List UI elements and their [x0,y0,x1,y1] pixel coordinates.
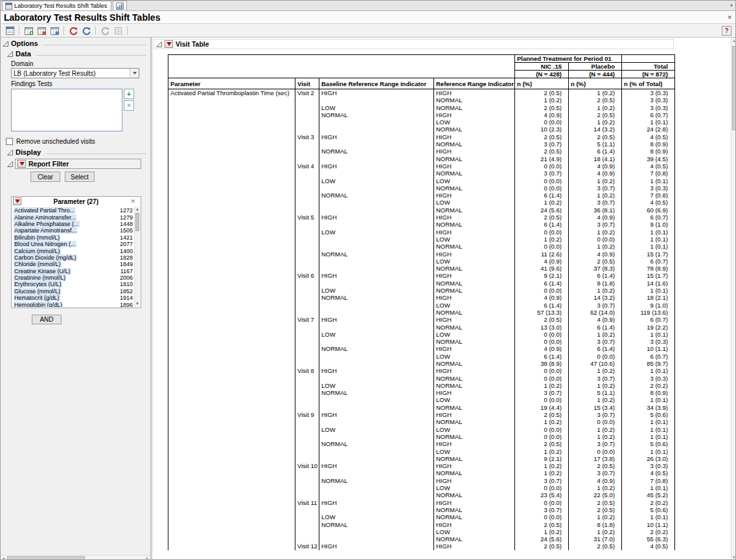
export-table-icon[interactable] [49,25,60,36]
table-row: NORMAL0 (0.0)3 (0.7)3 (0.3) [168,338,675,345]
clear-button[interactable]: Clear [30,172,60,182]
remove-tests-button[interactable]: ✕ [124,100,134,111]
filter-item-label: Bilirubin (mmol/L) [14,234,60,241]
list-item[interactable]: Calcium (mmol/L)1400 [12,247,134,254]
list-item[interactable]: Chloride (mmol/L)1849 [12,261,134,267]
table-row: LOW4 (0.9)2 (0.5)6 (0.7) [168,258,675,265]
list-item[interactable]: Carbon Dioxide (mg/dL)1828 [12,254,134,261]
filter-item-label: Activated Partial Thro... [14,207,75,214]
rerun-analysis-icon[interactable] [80,25,92,36]
list-item[interactable]: Activated Partial Thro...1272 [12,207,134,214]
table-row: NORMAL9 (2.1)17 (3.8)26 (3.0) [168,455,675,462]
filter-scrollbar[interactable]: ▲ ▼ [134,207,140,307]
report-scrollbar[interactable]: ▲ ▼ [731,38,736,560]
filter-item-count: 2006 [120,274,134,281]
list-item[interactable]: Bilirubin (mmol/L)1421 [12,234,134,241]
table-row: LOW0 (0.0)1 (0.2)1 (0.1) [168,396,675,403]
red-triangle-menu-icon[interactable] [17,160,26,168]
scrollbar-thumb[interactable] [732,46,736,130]
collapse-triangle-icon[interactable] [156,41,162,47]
scrollbar-thumb[interactable] [7,556,85,560]
close-icon[interactable]: ✕ [727,14,732,21]
list-item[interactable]: Blood Urea Nitrogen (...2077 [12,241,134,247]
sidebar-h-scrollbar[interactable]: ◄ ► [1,555,150,560]
table-row: Visit 4HIGHHIGH0 (0.0)4 (0.9)4 (0.5) [168,162,675,170]
filter-item-count: 1828 [120,254,134,261]
table-row: NORMALHIGH4 (0.9)2 (0.5)6 (0.7) [168,111,675,118]
remove-unscheduled-checkbox[interactable] [6,138,13,145]
list-item[interactable]: Alkaline Phosphatase (...1448 [12,221,134,227]
save-table-icon[interactable] [36,25,47,36]
options-header[interactable]: Options [1,38,150,48]
display-section-title: Display [16,148,41,156]
and-button[interactable]: AND [32,315,62,324]
col-n-pct-arm2: n (%) [569,78,622,89]
table-row: Visit 3HIGHHIGH2 (0.5)2 (0.5)4 (0.5) [168,133,675,140]
settings-icon-disabled[interactable] [112,25,124,36]
table-row: NORMALHIGH2 (0.5)6 (1.4)8 (0.9) [168,148,675,155]
update-icon-disabled[interactable] [99,25,111,36]
filter-item-count: 1849 [120,261,134,267]
scrollbar-thumb[interactable] [135,213,139,231]
options-panel: Options Data Domain LB (Laboratory Test … [1,38,150,560]
window-list-icon[interactable]: ▾ [730,3,733,8]
list-item[interactable]: Erythrocytes (U/L)1810 [12,281,134,287]
collapse-triangle-icon [7,150,13,155]
table-row: NORMAL38 (8.9)47 (10.6)85 (9.7) [168,360,675,367]
table-row: NORMAL13 (3.0)6 (1.4)19 (2.2) [168,324,675,331]
tab-chart[interactable] [113,1,127,10]
table-row: NORMAL1 (0.2)2 (0.5)3 (0.3) [168,96,675,104]
help-button[interactable]: ? [722,26,731,36]
findings-tests-label: Findings Tests [1,78,150,88]
list-item[interactable]: Aspartate Aminotransf...1505 [12,227,134,234]
report-filter-header: Report Filter [15,159,141,169]
table-row: NORMAL23 (5.4)22 (5.0)45 (5.2) [168,491,675,498]
close-filter-icon[interactable]: ✕ [130,198,135,205]
filter-item-label: Blood Urea Nitrogen (... [14,241,76,247]
app-window: Laboratory Test Results Shift Tables ▾ L… [0,0,736,560]
table-row: NORMAL57 (13.3)62 (14.0)119 (13.6) [168,309,675,316]
report-area: Visit Table Planned Treatment for Period… [152,38,736,560]
filter-item-count: 1914 [120,295,134,301]
toolbar-separator [95,26,96,35]
add-tests-button[interactable]: + [124,89,134,99]
data-table-icon[interactable] [23,25,34,36]
refresh-icon[interactable] [67,25,79,36]
data-section-title: Data [16,50,31,58]
table-row: NORMALHIGH2 (0.5)3 (0.7)5 (0.6) [168,440,675,447]
list-item[interactable]: Glucose (mmol/L)1852 [12,288,134,295]
list-item[interactable]: Hemoglobin (g/dL)1896 [12,301,134,307]
filter-item-label: Erythrocytes (U/L) [14,281,62,287]
findings-tests-listbox[interactable] [11,89,122,131]
collapse-triangle-icon[interactable] [7,161,13,167]
scroll-left-icon[interactable]: ◄ [1,555,6,560]
content-area: Options Data Domain LB (Laboratory Test … [1,38,736,560]
table-row: NORMAL0 (0.0)1 (0.2)1 (0.1) [168,243,675,250]
display-section-header[interactable]: Display [1,146,150,157]
scroll-down-icon[interactable]: ▼ [731,554,736,560]
scroll-right-icon[interactable]: ► [144,555,150,560]
tab-shift-tables[interactable]: Laboratory Test Results Shift Tables [2,1,111,10]
scroll-up-icon[interactable]: ▲ [731,38,736,44]
table-row: NORMALHIGH2 (0.5)8 (1.8)10 (1.1) [168,521,675,528]
domain-select[interactable]: LB (Laboratory Test Results) [11,68,139,78]
data-section-header[interactable]: Data [1,48,150,58]
scroll-down-icon[interactable]: ▼ [135,301,140,307]
new-report-icon[interactable] [4,25,16,36]
select-button[interactable]: Select [65,172,95,182]
red-triangle-menu-icon[interactable] [13,197,21,205]
list-item[interactable]: Hematocrit (g/dL)1914 [12,295,134,301]
list-item[interactable]: Creatine Kinase (U/L)1167 [12,268,134,274]
red-triangle-menu-icon[interactable] [165,40,173,48]
list-item[interactable]: Creatinine (mmol/L)2006 [12,274,134,281]
remove-unscheduled-label: Remove unscheduled visits [16,138,95,145]
header-blank-cell [622,55,675,63]
filter-item-count: 1505 [120,227,134,234]
scroll-up-icon[interactable]: ▲ [135,207,140,212]
plus-icon: + [127,90,131,98]
filter-item-count: 1279 [120,214,134,221]
arm1-n: (N = 428) [515,71,569,78]
list-item[interactable]: Alanine Aminotransfer...1279 [12,214,134,220]
report-filter-title: Report Filter [29,160,69,168]
filter-item-label: Carbon Dioxide (mg/dL) [14,254,77,261]
